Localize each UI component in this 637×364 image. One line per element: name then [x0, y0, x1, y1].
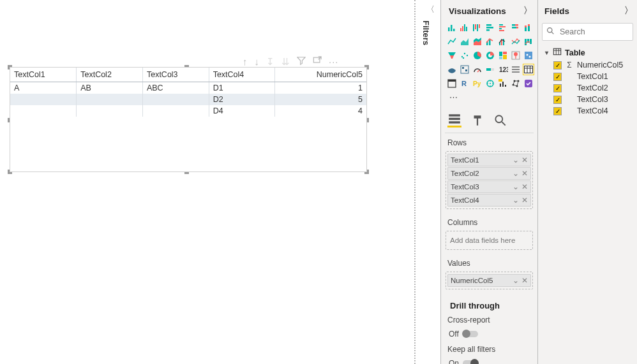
table-cell[interactable]: [77, 94, 143, 105]
fields-tab-icon[interactable]: [447, 113, 461, 127]
viz-type-icon[interactable]: [446, 22, 458, 33]
table-cell[interactable]: [10, 94, 77, 105]
viz-type-icon[interactable]: [510, 64, 521, 75]
table-cell[interactable]: D1: [209, 82, 275, 94]
viz-type-icon[interactable]: [484, 36, 496, 47]
viz-type-icon[interactable]: [510, 36, 521, 47]
fields-search[interactable]: [542, 23, 633, 41]
viz-type-icon[interactable]: [510, 22, 521, 33]
field-chip[interactable]: TextCol4⌄✕: [447, 194, 531, 207]
chevron-down-icon[interactable]: ⌄: [513, 156, 519, 164]
viz-type-icon[interactable]: [446, 50, 458, 61]
column-header[interactable]: TextCol4: [209, 68, 275, 82]
chevron-right-icon[interactable]: 〉: [624, 5, 633, 17]
viz-type-icon[interactable]: [484, 64, 496, 75]
format-tab-icon[interactable]: [470, 113, 484, 127]
table-cell[interactable]: 4: [275, 105, 366, 117]
filter-icon[interactable]: [297, 56, 306, 68]
viz-type-icon[interactable]: [510, 50, 521, 61]
viz-type-icon[interactable]: [497, 50, 509, 61]
table-cell[interactable]: 5: [275, 94, 366, 105]
expand-down-icon[interactable]: ↧: [266, 56, 274, 68]
viz-type-icon[interactable]: [459, 50, 470, 61]
table-node[interactable]: ▾ Table: [542, 46, 634, 59]
field-chip[interactable]: NumericCol5⌄✕: [447, 274, 531, 287]
chevron-right-icon[interactable]: 〉: [523, 5, 532, 17]
analytics-tab-icon[interactable]: [493, 113, 507, 127]
table-cell[interactable]: A: [10, 82, 77, 94]
remove-icon[interactable]: ✕: [521, 196, 528, 205]
viz-type-icon[interactable]: [472, 50, 483, 61]
values-well[interactable]: NumericCol5⌄✕: [446, 272, 533, 289]
viz-type-icon[interactable]: [446, 78, 458, 89]
viz-type-icon[interactable]: [472, 64, 483, 75]
field-row[interactable]: ✓ΣNumericCol5: [553, 59, 634, 71]
table-cell[interactable]: [142, 94, 209, 105]
viz-type-icon[interactable]: [523, 36, 534, 47]
more-options-icon[interactable]: ···: [329, 56, 339, 68]
expand-all-icon[interactable]: ⇊: [281, 56, 290, 68]
field-row[interactable]: ✓TextCol3: [553, 94, 634, 105]
viz-type-icon[interactable]: [484, 22, 496, 33]
chevron-left-icon[interactable]: 〈: [421, 4, 439, 15]
pane-divider[interactable]: [414, 0, 416, 364]
field-chip[interactable]: TextCol2⌄✕: [447, 167, 531, 180]
viz-type-icon[interactable]: [523, 78, 534, 89]
cross-report-toggle[interactable]: [463, 331, 478, 337]
drill-up-icon[interactable]: ↑: [243, 56, 248, 68]
column-header[interactable]: NumericCol5: [275, 68, 366, 82]
drill-down-icon[interactable]: ↓: [255, 56, 260, 68]
viz-type-icon[interactable]: R: [459, 78, 470, 89]
table-cell[interactable]: D2: [209, 94, 275, 105]
viz-type-icon[interactable]: [484, 50, 496, 61]
chevron-down-icon[interactable]: ⌄: [513, 196, 519, 205]
checkbox-icon[interactable]: ✓: [553, 73, 562, 81]
viz-type-icon[interactable]: Py: [472, 78, 483, 89]
table-row[interactable]: D25: [10, 94, 366, 105]
rows-well[interactable]: TextCol1⌄✕TextCol2⌄✕TextCol3⌄✕TextCol4⌄✕: [446, 151, 533, 209]
field-row[interactable]: ✓TextCol4: [553, 105, 634, 117]
viz-type-icon[interactable]: [459, 22, 470, 33]
column-header[interactable]: TextCol1: [10, 68, 77, 82]
viz-type-icon[interactable]: [497, 22, 509, 33]
viz-type-icon[interactable]: [446, 36, 458, 47]
focus-mode-icon[interactable]: [313, 56, 322, 68]
matrix-visual[interactable]: TextCol1TextCol2TextCol3TextCol4NumericC…: [10, 67, 367, 172]
report-canvas[interactable]: ↑ ↓ ↧ ⇊ ··· TextCol1TextCol2TextCol3Text…: [0, 0, 415, 364]
table-cell[interactable]: AB: [77, 82, 143, 94]
column-header[interactable]: TextCol3: [142, 68, 209, 82]
checkbox-icon[interactable]: ✓: [553, 96, 562, 104]
table-cell[interactable]: [142, 105, 209, 117]
viz-type-icon[interactable]: [446, 64, 458, 75]
viz-type-icon[interactable]: [484, 78, 496, 89]
viz-type-icon[interactable]: [459, 36, 470, 47]
checkbox-icon[interactable]: ✓: [553, 107, 562, 115]
field-row[interactable]: ✓TextCol2: [553, 82, 634, 94]
columns-well[interactable]: Add data fields here: [446, 231, 533, 250]
field-row[interactable]: ✓TextCol1: [553, 71, 634, 82]
fields-search-input[interactable]: [558, 27, 637, 37]
viz-type-icon[interactable]: [523, 50, 534, 61]
chevron-down-icon[interactable]: ⌄: [513, 182, 519, 191]
checkbox-icon[interactable]: ✓: [553, 84, 562, 92]
viz-type-icon[interactable]: [510, 78, 521, 89]
viz-type-icon[interactable]: [497, 78, 509, 89]
table-row[interactable]: AABABCD11: [10, 82, 366, 94]
column-header[interactable]: TextCol2: [77, 68, 143, 82]
field-chip[interactable]: TextCol3⌄✕: [447, 180, 531, 193]
remove-icon[interactable]: ✕: [521, 182, 528, 191]
table-row[interactable]: D44: [10, 105, 366, 117]
checkbox-icon[interactable]: ✓: [553, 61, 562, 69]
viz-type-icon[interactable]: [523, 22, 534, 33]
table-cell[interactable]: [10, 105, 77, 117]
table-cell[interactable]: ABC: [142, 82, 209, 94]
table-cell[interactable]: [77, 105, 143, 117]
viz-type-icon[interactable]: [472, 36, 483, 47]
table-cell[interactable]: D4: [209, 105, 275, 117]
filters-pane-collapsed[interactable]: 〈 Filters: [421, 0, 439, 45]
remove-icon[interactable]: ✕: [521, 276, 528, 285]
viz-type-icon[interactable]: [497, 36, 509, 47]
remove-icon[interactable]: ✕: [521, 156, 528, 164]
chevron-down-icon[interactable]: ⌄: [513, 169, 519, 178]
viz-type-icon[interactable]: 123: [497, 64, 509, 75]
